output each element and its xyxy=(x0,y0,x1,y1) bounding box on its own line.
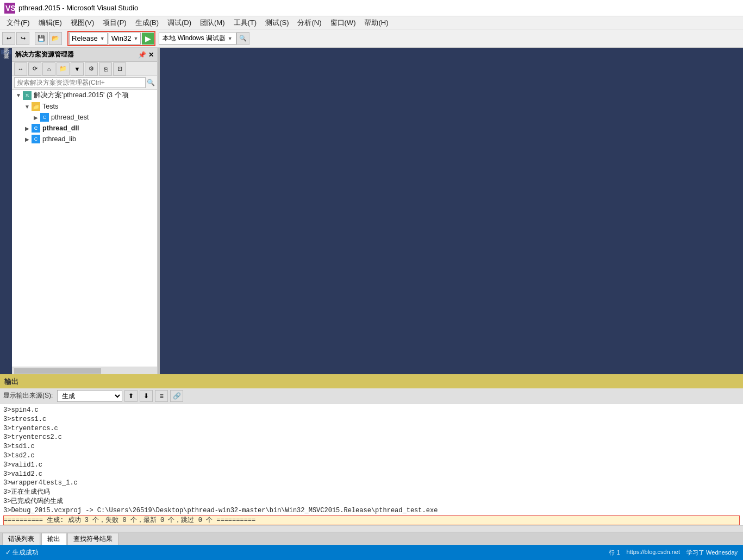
tests-label: Tests xyxy=(42,103,58,110)
output-title: 输出 xyxy=(4,377,18,387)
folder-button[interactable]: 📁 xyxy=(57,62,70,75)
properties-button[interactable]: ⊡ xyxy=(113,62,126,75)
pthread-lib-item[interactable]: ▶ C pthread_lib xyxy=(12,134,157,144)
svg-text:VS: VS xyxy=(5,4,15,12)
menu-help[interactable]: 帮助(H) xyxy=(360,17,392,29)
project-icon: C xyxy=(32,135,40,143)
pthread-test-item[interactable]: ▶ C pthread_test xyxy=(12,112,157,123)
menu-view[interactable]: 视图(V) xyxy=(66,17,98,29)
output-btn-1[interactable]: ⬆ xyxy=(124,390,138,402)
platform-dropdown-arrow: ▼ xyxy=(133,36,138,41)
menu-test[interactable]: 测试(S) xyxy=(261,17,293,29)
menu-analyze[interactable]: 分析(N) xyxy=(293,17,326,29)
output-btn-2[interactable]: ⬇ xyxy=(140,390,153,402)
output-line: 3>tryentercs2.c xyxy=(3,433,740,442)
tab-solution-explorer[interactable]: 解决方案资源管理器 xyxy=(1,50,11,54)
start-debug-button[interactable]: ▶ xyxy=(142,33,154,45)
output-content: 3>spin4.c 3>stress1.c 3>tryentercs.c 3>t… xyxy=(0,404,743,525)
debug-target-dropdown[interactable]: 本地 Windows 调试器 ▼ xyxy=(159,33,236,45)
status-url: https://blog.csdn.net xyxy=(627,549,680,557)
config-section: Release ▼ Win32 ▼ ▶ xyxy=(67,31,155,46)
debug-section: 本地 Windows 调试器 ▼ 🔍 xyxy=(159,32,249,45)
open-button[interactable]: 📂 xyxy=(49,32,62,45)
status-day: 学习了 Wednesday xyxy=(686,549,738,557)
expand-icon: ▼ xyxy=(14,91,23,100)
output-line: 3>正在生成代码 xyxy=(3,488,740,497)
output-line: 3>spin4.c xyxy=(3,406,740,415)
menubar: 文件(F) 编辑(E) 视图(V) 项目(P) 生成(B) 调试(D) 团队(M… xyxy=(0,16,743,29)
home-button[interactable]: ⌂ xyxy=(42,62,55,75)
bottom-tabs: 错误列表 输出 查找符号结果 xyxy=(0,532,743,545)
close-icon[interactable]: ✕ xyxy=(148,51,154,59)
expand-icon: ▶ xyxy=(23,135,32,143)
tests-folder-item[interactable]: ▼ 📁 Tests xyxy=(12,101,157,112)
output-panel: 输出 显示输出来源(S): 生成 ⬆ ⬇ ≡ 🔗 3>spin4.c 3>str… xyxy=(0,374,743,532)
tab-output[interactable]: 输出 xyxy=(41,533,66,545)
tab-resources[interactable]: 资源 xyxy=(1,55,11,60)
solution-explorer-panel: 解决方案资源管理器 📌 ✕ ↔ ⟳ ⌂ 📁 ▼ ⚙ ⎘ ⊡ 🔍 xyxy=(12,48,158,374)
pin-icon[interactable]: 📌 xyxy=(138,51,146,59)
pthread-dll-item[interactable]: ▶ C pthread_dll xyxy=(12,123,157,134)
output-btn-3[interactable]: ≡ xyxy=(155,390,168,402)
copy-button[interactable]: ⎘ xyxy=(99,62,112,75)
output-source-label: 显示输出来源(S): xyxy=(3,391,53,400)
output-toolbar: 显示输出来源(S): 生成 ⬆ ⬇ ≡ 🔗 xyxy=(0,388,743,404)
build-status: ✓ 生成成功 xyxy=(5,548,39,557)
menu-project[interactable]: 项目(P) xyxy=(98,17,130,29)
menu-edit[interactable]: 编辑(E) xyxy=(34,17,66,29)
output-line: 3>Debug_2015.vcxproj -> C:\Users\26519\D… xyxy=(3,506,740,515)
window-title: pthread.2015 - Microsoft Visual Studio xyxy=(18,4,138,12)
undo-button[interactable]: ↩ xyxy=(2,32,15,45)
solution-root-item[interactable]: ▼ S 解决方案'pthread.2015' (3 个项 xyxy=(12,90,157,101)
toolbar: ↩ ↪ 💾 📂 Release ▼ Win32 ▼ ▶ 本地 Windows 调… xyxy=(0,29,743,48)
menu-tools[interactable]: 工具(T) xyxy=(229,17,261,29)
expand-icon: ▶ xyxy=(32,113,40,122)
output-line: 3>tsd1.c xyxy=(3,442,740,451)
menu-team[interactable]: 团队(M) xyxy=(196,17,229,29)
menu-window[interactable]: 窗口(W) xyxy=(326,17,360,29)
solution-label: 解决方案'pthread.2015' (3 个项 xyxy=(34,91,129,100)
redo-button[interactable]: ↪ xyxy=(16,32,29,45)
statusbar: ✓ 生成成功 行 1 https://blog.csdn.net 学习了 Wed… xyxy=(0,545,743,560)
output-line: 3>tryentercs.c xyxy=(3,424,740,433)
search-input[interactable] xyxy=(14,77,146,88)
menu-debug[interactable]: 调试(D) xyxy=(163,17,196,29)
tab-find-symbol[interactable]: 查找符号结果 xyxy=(67,533,118,545)
solution-tree: ▼ S 解决方案'pthread.2015' (3 个项 ▼ 📁 Tests ▶… xyxy=(12,90,157,367)
output-line: 3>stress1.c xyxy=(3,415,740,424)
editor-area xyxy=(160,48,743,374)
panel-horizontal-scrollbar[interactable] xyxy=(12,367,157,374)
solution-explorer-header: 解决方案资源管理器 📌 ✕ xyxy=(12,48,157,62)
settings-button[interactable]: ⚙ xyxy=(85,62,98,75)
header-controls: 📌 ✕ xyxy=(138,51,154,59)
output-source-select[interactable]: 生成 xyxy=(57,390,122,402)
menu-file[interactable]: 文件(F) xyxy=(2,17,34,29)
output-line: 3>tsd2.c xyxy=(3,451,740,461)
output-line: 3>valid1.c xyxy=(3,461,740,470)
titlebar: VS pthread.2015 - Microsoft Visual Studi… xyxy=(0,0,743,16)
pthread-lib-label: pthread_lib xyxy=(42,135,76,143)
output-line: 3>已完成代码的生成 xyxy=(3,497,740,506)
output-header: 输出 xyxy=(0,375,743,388)
filter-button[interactable]: ▼ xyxy=(71,62,84,75)
save-button[interactable]: 💾 xyxy=(35,32,48,45)
expand-icon: ▼ xyxy=(23,102,32,111)
debug-dropdown-arrow: ▼ xyxy=(228,36,233,41)
search-icon: 🔍 xyxy=(147,79,155,86)
tab-toolbox[interactable]: 工具箱 xyxy=(1,61,11,65)
project-icon: C xyxy=(40,113,49,122)
solution-toolbar: ↔ ⟳ ⌂ 📁 ▼ ⚙ ⎘ ⊡ xyxy=(12,62,157,76)
debug-options-button[interactable]: 🔍 xyxy=(236,32,249,45)
sync-button[interactable]: ↔ xyxy=(14,62,27,75)
expand-icon: ▶ xyxy=(23,124,32,133)
status-right: 行 1 https://blog.csdn.net 学习了 Wednesday xyxy=(609,549,738,557)
configuration-dropdown[interactable]: Release ▼ xyxy=(69,33,108,45)
output-line: 3>valid2.c xyxy=(3,470,740,479)
menu-build[interactable]: 生成(B) xyxy=(131,17,163,29)
tab-error-list[interactable]: 错误列表 xyxy=(2,533,40,545)
output-line-highlight: ========== 生成: 成功 3 个，失败 0 个，最新 0 个，跳过 0… xyxy=(3,515,740,525)
refresh-button[interactable]: ⟳ xyxy=(28,62,41,75)
project-icon: C xyxy=(32,124,40,133)
platform-dropdown[interactable]: Win32 ▼ xyxy=(109,33,141,45)
output-btn-4[interactable]: 🔗 xyxy=(170,390,183,402)
